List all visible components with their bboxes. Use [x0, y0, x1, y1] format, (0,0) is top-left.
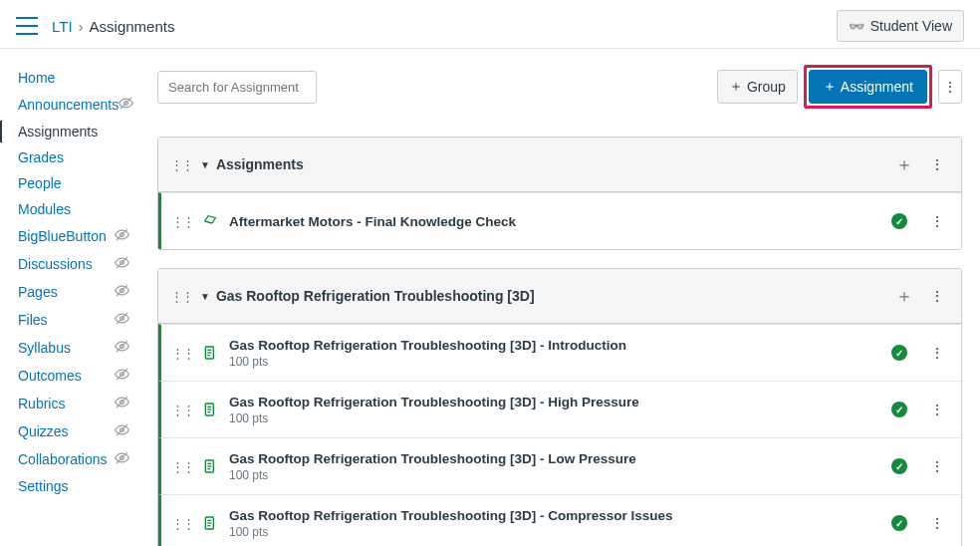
row-overflow-button[interactable]: ⋮ — [925, 449, 949, 483]
row-overflow-button[interactable]: ⋮ — [925, 204, 949, 238]
plus-icon: ＋ — [729, 78, 743, 96]
hidden-icon — [119, 96, 133, 114]
hidden-icon — [115, 367, 129, 385]
group-overflow-button[interactable]: ⋮ — [925, 147, 949, 181]
hidden-icon — [115, 339, 129, 357]
add-group-label: Group — [747, 79, 786, 95]
student-view-label: Student View — [870, 18, 952, 34]
nav-item-bigbluebutton[interactable]: BigBlueButton — [18, 222, 139, 250]
row-overflow-button[interactable]: ⋮ — [925, 336, 949, 370]
nav-item-label: Announcements — [18, 97, 119, 113]
nav-item-label: Grades — [18, 149, 64, 165]
published-icon[interactable] — [891, 458, 907, 474]
breadcrumb-course[interactable]: LTI — [52, 18, 73, 35]
assignment-group: ⋮⋮▼Gas Rooftop Refrigeration Troubleshoo… — [157, 268, 962, 546]
nav-item-assignments[interactable]: Assignments — [18, 119, 139, 144]
assignment-group: ⋮⋮▼Assignments＋⋮⋮⋮Aftermarket Motors - F… — [157, 136, 962, 250]
drag-handle-icon[interactable]: ⋮⋮ — [171, 214, 193, 229]
assignment-icon — [201, 514, 219, 532]
nav-item-syllabus[interactable]: Syllabus — [18, 334, 139, 362]
group-header[interactable]: ⋮⋮▼Gas Rooftop Refrigeration Troubleshoo… — [158, 269, 961, 324]
add-item-button[interactable]: ＋ — [889, 284, 919, 308]
nav-item-label: Rubrics — [18, 396, 65, 411]
assignment-row: ⋮⋮Gas Rooftop Refrigeration Troubleshoot… — [158, 381, 961, 437]
hidden-icon — [115, 395, 129, 412]
toolbar-overflow-button[interactable]: ⋮ — [938, 70, 962, 104]
quiz-icon — [201, 212, 219, 230]
nav-item-label: Discussions — [18, 256, 93, 272]
nav-item-announcements[interactable]: Announcements — [18, 91, 139, 119]
nav-item-grades[interactable]: Grades — [18, 144, 139, 170]
drag-handle-icon[interactable]: ⋮⋮ — [170, 289, 192, 304]
drag-handle-icon[interactable]: ⋮⋮ — [170, 157, 192, 172]
breadcrumb: LTI › Assignments — [52, 18, 174, 35]
assignment-row: ⋮⋮Aftermarket Motors - Final Knowledge C… — [158, 192, 961, 249]
chevron-right-icon: › — [79, 18, 84, 35]
drag-handle-icon[interactable]: ⋮⋮ — [171, 346, 193, 361]
add-item-button[interactable]: ＋ — [889, 152, 919, 176]
nav-item-label: Pages — [18, 284, 58, 300]
student-view-button[interactable]: 👓 Student View — [837, 10, 964, 42]
nav-item-label: People — [18, 175, 62, 191]
drag-handle-icon[interactable]: ⋮⋮ — [171, 459, 193, 474]
drag-handle-icon[interactable]: ⋮⋮ — [171, 516, 193, 531]
nav-item-label: Collaborations — [18, 451, 108, 467]
hidden-icon — [115, 227, 129, 245]
assignment-points: 100 pts — [229, 468, 636, 482]
assignment-icon — [201, 401, 219, 418]
breadcrumb-current: Assignments — [90, 18, 175, 35]
group-overflow-button[interactable]: ⋮ — [925, 279, 949, 313]
assignment-title[interactable]: Gas Rooftop Refrigeration Troubleshootin… — [229, 338, 626, 353]
nav-item-outcomes[interactable]: Outcomes — [18, 362, 139, 390]
row-overflow-button[interactable]: ⋮ — [925, 506, 949, 540]
nav-item-files[interactable]: Files — [18, 306, 139, 334]
plus-icon: ＋ — [823, 78, 837, 96]
hidden-icon — [115, 311, 129, 329]
hidden-icon — [115, 422, 129, 440]
nav-item-quizzes[interactable]: Quizzes — [18, 417, 139, 445]
assignment-points: 100 pts — [229, 411, 639, 425]
nav-item-settings[interactable]: Settings — [18, 473, 139, 499]
add-group-button[interactable]: ＋ Group — [717, 70, 798, 104]
published-icon[interactable] — [891, 515, 907, 531]
nav-item-pages[interactable]: Pages — [18, 278, 139, 306]
nav-item-people[interactable]: People — [18, 170, 139, 196]
published-icon[interactable] — [891, 402, 907, 417]
nav-item-home[interactable]: Home — [18, 65, 139, 91]
published-icon[interactable] — [891, 345, 907, 361]
group-header[interactable]: ⋮⋮▼Assignments＋⋮ — [158, 137, 961, 192]
assignment-icon — [201, 457, 219, 475]
hidden-icon — [115, 450, 129, 468]
assignment-row: ⋮⋮Gas Rooftop Refrigeration Troubleshoot… — [158, 494, 961, 546]
glasses-icon: 👓 — [849, 19, 864, 34]
nav-item-label: BigBlueButton — [18, 228, 107, 244]
assignment-title[interactable]: Aftermarket Motors - Final Knowledge Che… — [229, 214, 516, 229]
nav-item-rubrics[interactable]: Rubrics — [18, 390, 139, 417]
group-title: Assignments — [216, 156, 304, 172]
nav-item-label: Settings — [18, 478, 69, 494]
highlight-annotation: ＋ Assignment — [804, 65, 932, 109]
search-input[interactable] — [157, 71, 317, 104]
assignment-row: ⋮⋮Gas Rooftop Refrigeration Troubleshoot… — [158, 324, 961, 381]
nav-item-discussions[interactable]: Discussions — [18, 250, 139, 278]
nav-item-modules[interactable]: Modules — [18, 196, 139, 222]
drag-handle-icon[interactable]: ⋮⋮ — [171, 403, 193, 417]
hidden-icon — [115, 255, 129, 273]
caret-down-icon: ▼ — [200, 159, 210, 170]
assignment-title[interactable]: Gas Rooftop Refrigeration Troubleshootin… — [229, 508, 673, 523]
caret-down-icon: ▼ — [200, 291, 210, 302]
nav-item-label: Files — [18, 312, 48, 328]
assignment-title[interactable]: Gas Rooftop Refrigeration Troubleshootin… — [229, 451, 636, 466]
row-overflow-button[interactable]: ⋮ — [925, 393, 949, 426]
assignment-title[interactable]: Gas Rooftop Refrigeration Troubleshootin… — [229, 395, 639, 410]
nav-item-label: Quizzes — [18, 423, 69, 439]
published-icon[interactable] — [891, 213, 907, 229]
nav-item-label: Assignments — [18, 124, 98, 139]
nav-item-collaborations[interactable]: Collaborations — [18, 445, 139, 473]
nav-item-label: Home — [18, 70, 55, 86]
nav-item-label: Modules — [18, 201, 71, 217]
assignment-row: ⋮⋮Gas Rooftop Refrigeration Troubleshoot… — [158, 437, 961, 494]
hidden-icon — [115, 283, 129, 301]
add-assignment-button[interactable]: ＋ Assignment — [809, 70, 927, 104]
hamburger-menu-icon[interactable] — [16, 17, 38, 35]
